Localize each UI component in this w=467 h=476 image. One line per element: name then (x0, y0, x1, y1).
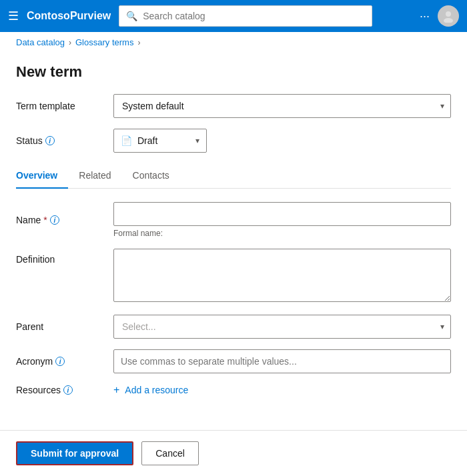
draft-doc-icon: 📄 (121, 135, 132, 146)
name-required-indicator: * (43, 215, 47, 225)
acronym-input[interactable] (113, 349, 451, 373)
breadcrumb-sep-1: › (69, 38, 71, 47)
parent-label: Parent (16, 321, 103, 332)
acronym-info-icon[interactable]: i (55, 357, 65, 366)
avatar[interactable] (438, 5, 459, 27)
svg-point-0 (446, 11, 451, 17)
add-resource-label: Add a resource (125, 385, 188, 395)
term-template-row: Term template System default ▾ (16, 94, 451, 118)
page-content: New term Term template System default ▾ … (0, 53, 467, 417)
resources-label: Resources i (16, 385, 103, 395)
nav-right: ··· (420, 5, 459, 27)
definition-label: Definition (16, 249, 103, 265)
term-template-select[interactable]: System default (113, 94, 451, 118)
status-dropdown[interactable]: 📄 Draft ▾ (113, 129, 207, 153)
tab-related[interactable]: Related (68, 163, 121, 189)
cancel-button[interactable]: Cancel (141, 441, 199, 465)
breadcrumb-sep-2: › (137, 38, 140, 47)
acronym-label: Acronym i (16, 356, 103, 367)
name-field-wrap: Formal name: (113, 202, 451, 238)
top-navigation: ☰ ContosoPurview 🔍 ··· (0, 0, 467, 32)
page-title: New term (16, 63, 451, 81)
breadcrumb: Data catalog › Glossary terms › (0, 32, 467, 53)
acronym-field-wrap (113, 349, 451, 373)
breadcrumb-glossary-terms[interactable]: Glossary terms (75, 37, 133, 47)
resources-row: Resources i + Add a resource (16, 384, 451, 396)
formal-name-label: Formal name: (113, 229, 451, 238)
name-row: Name * i Formal name: (16, 202, 451, 238)
definition-row: Definition (16, 249, 451, 304)
definition-textarea[interactable] (113, 249, 451, 302)
parent-dropdown-wrapper: Select... ▾ (113, 315, 451, 339)
hamburger-icon[interactable]: ☰ (8, 9, 19, 23)
svg-point-1 (444, 18, 453, 23)
status-info-icon[interactable]: i (45, 136, 55, 145)
name-input[interactable] (113, 202, 451, 226)
app-title: ContosoPurview (27, 10, 111, 22)
search-input[interactable] (143, 11, 365, 21)
bottom-bar: Submit for approval Cancel (0, 430, 467, 476)
tab-contacts[interactable]: Contacts (122, 163, 180, 189)
definition-field-wrap (113, 249, 451, 304)
resources-info-icon[interactable]: i (63, 385, 73, 395)
add-resource-button[interactable]: + Add a resource (113, 384, 451, 396)
acronym-row: Acronym i (16, 349, 451, 373)
status-dropdown-arrow-icon: ▾ (195, 136, 199, 145)
term-template-label: Term template (16, 101, 103, 111)
status-label: Status i (16, 135, 103, 146)
parent-select[interactable]: Select... (113, 315, 451, 339)
search-icon: 🔍 (126, 11, 137, 21)
status-row: Status i 📄 Draft ▾ (16, 129, 451, 153)
name-info-icon[interactable]: i (50, 215, 59, 225)
tabs: Overview Related Contacts (16, 163, 451, 189)
parent-row: Parent Select... ▾ (16, 315, 451, 339)
name-label: Name * i (16, 215, 103, 225)
breadcrumb-data-catalog[interactable]: Data catalog (16, 37, 65, 47)
tab-overview[interactable]: Overview (16, 163, 68, 189)
search-box[interactable]: 🔍 (119, 5, 372, 27)
term-template-dropdown-wrapper: System default ▾ (113, 94, 451, 118)
plus-icon: + (113, 384, 119, 396)
submit-for-approval-button[interactable]: Submit for approval (16, 441, 133, 465)
resources-field-wrap: + Add a resource (113, 384, 451, 396)
status-value: Draft (137, 135, 190, 146)
more-options-icon[interactable]: ··· (420, 9, 430, 23)
